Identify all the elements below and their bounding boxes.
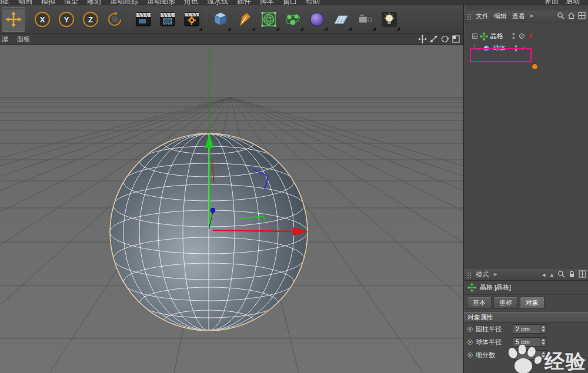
dropdown-corner (348, 27, 352, 31)
render-region-button[interactable] (156, 7, 179, 32)
render-settings-button[interactable] (180, 7, 203, 32)
lock-icon[interactable] (568, 270, 576, 279)
dropdown-corner (300, 27, 303, 31)
deformer-off-mark[interactable]: ✗ (528, 32, 533, 40)
layout-value[interactable]: 启动 (566, 0, 580, 5)
spline-pen-button[interactable] (233, 7, 256, 32)
subdivision-surface-button[interactable] (257, 7, 280, 32)
tab-basic[interactable]: 基本 (467, 297, 492, 309)
cylinder-radius-field[interactable]: 2 cm (513, 324, 547, 334)
menu-item[interactable]: 脚本 (260, 0, 274, 5)
svg-text:X: X (40, 15, 45, 23)
attribute-manager-menubar: 模式 ▸ ◄ ▲ (464, 269, 588, 281)
enabled-check-mark[interactable]: ✓ (521, 45, 526, 52)
menu-item[interactable]: 渲染 (64, 0, 78, 5)
panel-grip-icon[interactable] (466, 271, 472, 278)
camera-button[interactable] (353, 7, 377, 32)
om-menu-file[interactable]: 文件 (476, 12, 489, 21)
object-manager-menubar: 文件 编辑 查看 ▸ (464, 11, 588, 22)
generators-icon (284, 11, 302, 28)
primitive-cube-button[interactable] (209, 7, 232, 32)
tree-label-sphere[interactable]: 球体 (493, 44, 506, 53)
render-region-icon (159, 11, 176, 28)
toggle-view-icon[interactable] (452, 35, 460, 43)
viewport-menu-panel[interactable]: 面板 (17, 35, 30, 43)
object-properties-section-header[interactable]: 对象属性 (464, 312, 588, 322)
menu-item[interactable]: 捕捉 (0, 0, 9, 5)
selected-object-title: 晶格 [晶格] (464, 281, 588, 295)
menu-item[interactable]: 运动跟踪 (110, 0, 138, 5)
attribute-tabs: 基本 坐标 对象 (464, 295, 588, 311)
history-back-icon[interactable]: ◄ (541, 272, 546, 278)
pan-icon[interactable] (418, 35, 427, 43)
am-menu-mode[interactable]: 模式 (476, 270, 489, 279)
deformers-button[interactable] (305, 7, 329, 32)
tree-branch-line (473, 44, 480, 53)
origin-point[interactable] (211, 208, 215, 213)
coordinate-system-icon (106, 11, 123, 28)
toolbar-separator (129, 9, 129, 30)
tab-object[interactable]: 对象 (520, 297, 544, 309)
menu-item[interactable]: 窗口 (283, 0, 297, 5)
move-tool-button[interactable] (2, 7, 25, 32)
property-row-cylinder-radius: 圆柱半径 2 cm (464, 322, 588, 335)
menu-item[interactable]: 帮助 (306, 0, 320, 5)
keyframe-circle-icon[interactable] (467, 327, 473, 332)
watermark-text: 经验 (544, 348, 587, 373)
viewport-menubar: 滤 面板 (0, 33, 463, 45)
expand-toggle[interactable] (472, 33, 477, 39)
menu-item[interactable]: 角色 (184, 0, 198, 5)
om-menu-view[interactable]: 查看 (512, 12, 525, 21)
viewport-scene (0, 45, 463, 373)
tree-row-sphere[interactable]: 球体 ✓ (464, 42, 588, 55)
dolly-icon[interactable] (429, 35, 438, 43)
main-menubar: 捕捉 动画 模拟 渲染 雕刻 运动跟踪 运动图形 角色 流水线 插件 脚本 窗口… (0, 0, 588, 5)
orbit-icon[interactable] (440, 35, 449, 43)
generators-button[interactable] (281, 7, 305, 32)
search-icon[interactable] (557, 270, 565, 279)
environment-button[interactable] (329, 7, 353, 32)
dropdown-corner (199, 27, 202, 31)
layout-grid-icon[interactable] (578, 12, 586, 21)
search-icon[interactable] (557, 12, 564, 21)
z-axis-toggle-button[interactable]: Z (79, 7, 102, 32)
menu-overflow-arrow[interactable]: ▸ (530, 12, 534, 21)
menu-item[interactable]: 运动图形 (147, 0, 175, 5)
om-menu-edit[interactable]: 编辑 (494, 12, 507, 21)
main-toolbar: X Y Z (0, 5, 463, 33)
keyframe-circle-icon[interactable] (467, 340, 473, 345)
layout-switcher[interactable]: 界面 启动 (544, 0, 580, 5)
disabled-icon[interactable] (519, 33, 525, 39)
keyframe-circle-icon[interactable] (467, 352, 473, 358)
dropdown-corner (372, 27, 376, 31)
menu-overflow-arrow[interactable]: ▸ (494, 270, 497, 279)
light-button[interactable] (377, 7, 401, 32)
spinner-control[interactable] (540, 325, 546, 333)
home-icon[interactable] (567, 12, 575, 21)
object-title-text: 晶格 [晶格] (480, 283, 511, 292)
y-axis-toggle-button[interactable]: Y (55, 7, 78, 32)
viewport-canvas[interactable] (0, 45, 463, 373)
x-axis-icon: X (34, 11, 51, 28)
tree-row-lattice[interactable]: 晶格 ✗ (464, 30, 588, 42)
visibility-dots-icon[interactable] (514, 45, 518, 52)
coordinate-system-button[interactable] (103, 7, 126, 32)
menu-item[interactable]: 动画 (18, 0, 32, 5)
site-watermark: 经验 (505, 345, 587, 373)
viewport-menu-filter[interactable]: 滤 (2, 35, 8, 43)
panel-grip-icon[interactable] (466, 13, 472, 20)
menu-item[interactable]: 插件 (237, 0, 251, 5)
dropdown-corner (396, 27, 400, 31)
visibility-dots-icon[interactable] (512, 32, 516, 40)
layout-grid-icon[interactable] (579, 270, 586, 279)
menu-item[interactable]: 模拟 (41, 0, 55, 5)
tree-label-lattice[interactable]: 晶格 (490, 32, 503, 41)
section-title: 对象属性 (467, 313, 493, 322)
x-axis-toggle-button[interactable]: X (31, 7, 54, 32)
menu-item[interactable]: 流水线 (207, 0, 228, 5)
menu-item[interactable]: 雕刻 (87, 0, 101, 5)
history-up-icon[interactable]: ▲ (549, 272, 554, 278)
tab-coordinates[interactable]: 坐标 (493, 297, 518, 309)
render-view-button[interactable] (132, 7, 155, 32)
pen-icon (236, 11, 253, 28)
